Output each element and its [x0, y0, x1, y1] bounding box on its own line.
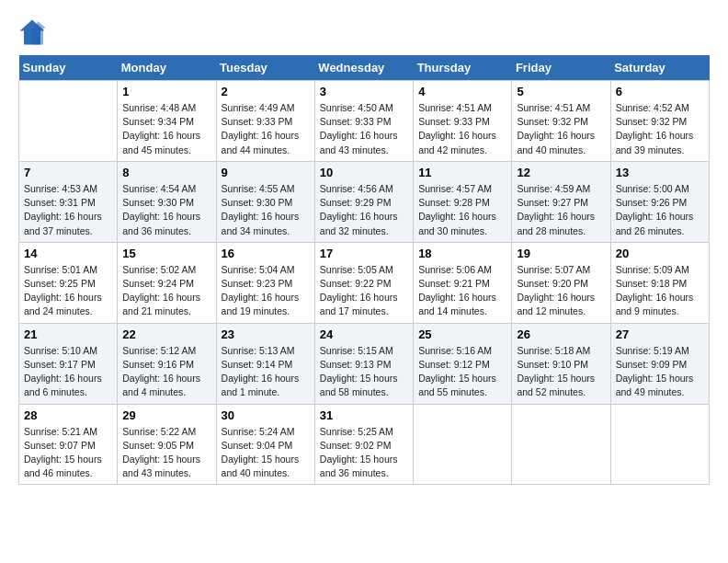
day-info: Sunrise: 4:51 AM Sunset: 9:33 PM Dayligh… — [418, 101, 506, 157]
day-number: 19 — [517, 247, 605, 260]
day-info: Sunrise: 4:53 AM Sunset: 9:31 PM Dayligh… — [24, 182, 112, 238]
day-number: 29 — [122, 408, 210, 422]
day-header-saturday: Saturday — [610, 55, 709, 81]
calendar-cell: 1Sunrise: 4:48 AM Sunset: 9:34 PM Daylig… — [118, 81, 216, 162]
day-number: 3 — [320, 85, 408, 98]
day-number: 20 — [616, 247, 704, 260]
day-header-wednesday: Wednesday — [314, 55, 413, 81]
calendar-cell: 18Sunrise: 5:06 AM Sunset: 9:21 PM Dayli… — [414, 242, 512, 323]
day-info: Sunrise: 4:54 AM Sunset: 9:30 PM Dayligh… — [122, 182, 210, 238]
calendar-week-row: 21Sunrise: 5:10 AM Sunset: 9:17 PM Dayli… — [19, 323, 710, 404]
day-number: 24 — [320, 327, 408, 341]
day-number: 22 — [122, 327, 210, 341]
calendar-cell: 7Sunrise: 4:53 AM Sunset: 9:31 PM Daylig… — [19, 161, 118, 242]
calendar-cell — [610, 404, 709, 485]
day-info: Sunrise: 4:51 AM Sunset: 9:32 PM Dayligh… — [517, 101, 605, 157]
calendar-cell: 3Sunrise: 4:50 AM Sunset: 9:33 PM Daylig… — [314, 81, 413, 162]
day-number: 6 — [616, 85, 704, 98]
day-info: Sunrise: 5:12 AM Sunset: 9:16 PM Dayligh… — [122, 344, 210, 400]
day-number: 13 — [616, 166, 704, 179]
day-info: Sunrise: 5:09 AM Sunset: 9:18 PM Dayligh… — [616, 263, 704, 319]
calendar-cell: 22Sunrise: 5:12 AM Sunset: 9:16 PM Dayli… — [118, 323, 216, 404]
day-info: Sunrise: 4:57 AM Sunset: 9:28 PM Dayligh… — [418, 182, 506, 238]
day-info: Sunrise: 5:06 AM Sunset: 9:21 PM Dayligh… — [418, 263, 506, 319]
day-number: 14 — [24, 247, 112, 260]
day-number: 17 — [320, 247, 408, 260]
calendar-cell: 10Sunrise: 4:56 AM Sunset: 9:29 PM Dayli… — [314, 161, 413, 242]
calendar-cell: 19Sunrise: 5:07 AM Sunset: 9:20 PM Dayli… — [512, 242, 610, 323]
calendar-cell: 27Sunrise: 5:19 AM Sunset: 9:09 PM Dayli… — [610, 323, 709, 404]
calendar-cell: 8Sunrise: 4:54 AM Sunset: 9:30 PM Daylig… — [118, 161, 216, 242]
day-number: 4 — [418, 85, 506, 98]
day-info: Sunrise: 4:49 AM Sunset: 9:33 PM Dayligh… — [222, 101, 310, 157]
day-number: 26 — [517, 327, 605, 341]
day-info: Sunrise: 4:50 AM Sunset: 9:33 PM Dayligh… — [320, 101, 408, 157]
day-info: Sunrise: 5:05 AM Sunset: 9:22 PM Dayligh… — [320, 263, 408, 319]
calendar-cell: 16Sunrise: 5:04 AM Sunset: 9:23 PM Dayli… — [216, 242, 314, 323]
calendar-week-row: 1Sunrise: 4:48 AM Sunset: 9:34 PM Daylig… — [19, 81, 710, 162]
calendar-cell: 13Sunrise: 5:00 AM Sunset: 9:26 PM Dayli… — [610, 161, 709, 242]
calendar-cell: 24Sunrise: 5:15 AM Sunset: 9:13 PM Dayli… — [314, 323, 413, 404]
calendar-week-row: 28Sunrise: 5:21 AM Sunset: 9:07 PM Dayli… — [19, 404, 710, 485]
day-info: Sunrise: 5:15 AM Sunset: 9:13 PM Dayligh… — [320, 344, 408, 400]
day-number: 30 — [222, 408, 310, 422]
day-info: Sunrise: 5:22 AM Sunset: 9:05 PM Dayligh… — [122, 425, 210, 481]
day-info: Sunrise: 5:04 AM Sunset: 9:23 PM Dayligh… — [222, 263, 310, 319]
page-header — [18, 18, 710, 46]
day-info: Sunrise: 5:18 AM Sunset: 9:10 PM Dayligh… — [517, 344, 605, 400]
day-info: Sunrise: 5:00 AM Sunset: 9:26 PM Dayligh… — [616, 182, 704, 238]
calendar-cell: 31Sunrise: 5:25 AM Sunset: 9:02 PM Dayli… — [314, 404, 413, 485]
day-info: Sunrise: 5:24 AM Sunset: 9:04 PM Dayligh… — [222, 425, 310, 481]
day-info: Sunrise: 5:10 AM Sunset: 9:17 PM Dayligh… — [24, 344, 112, 400]
calendar-cell: 15Sunrise: 5:02 AM Sunset: 9:24 PM Dayli… — [118, 242, 216, 323]
calendar-week-row: 14Sunrise: 5:01 AM Sunset: 9:25 PM Dayli… — [19, 242, 710, 323]
day-number: 10 — [320, 166, 408, 179]
day-number: 9 — [222, 166, 310, 179]
day-info: Sunrise: 4:52 AM Sunset: 9:32 PM Dayligh… — [616, 101, 704, 157]
calendar-cell: 26Sunrise: 5:18 AM Sunset: 9:10 PM Dayli… — [512, 323, 610, 404]
calendar-cell: 9Sunrise: 4:55 AM Sunset: 9:30 PM Daylig… — [216, 161, 314, 242]
calendar-cell — [512, 404, 610, 485]
day-info: Sunrise: 5:02 AM Sunset: 9:24 PM Dayligh… — [122, 263, 210, 319]
calendar-cell: 25Sunrise: 5:16 AM Sunset: 9:12 PM Dayli… — [414, 323, 512, 404]
calendar-cell: 17Sunrise: 5:05 AM Sunset: 9:22 PM Dayli… — [314, 242, 413, 323]
calendar-cell: 29Sunrise: 5:22 AM Sunset: 9:05 PM Dayli… — [118, 404, 216, 485]
day-info: Sunrise: 5:19 AM Sunset: 9:09 PM Dayligh… — [616, 344, 704, 400]
day-info: Sunrise: 5:01 AM Sunset: 9:25 PM Dayligh… — [24, 263, 112, 319]
day-info: Sunrise: 4:48 AM Sunset: 9:34 PM Dayligh… — [122, 101, 210, 157]
day-number: 31 — [320, 408, 408, 422]
day-number: 1 — [122, 85, 210, 98]
day-header-monday: Monday — [118, 55, 216, 81]
day-number: 8 — [122, 166, 210, 179]
day-header-sunday: Sunday — [19, 55, 118, 81]
day-header-friday: Friday — [512, 55, 610, 81]
day-header-thursday: Thursday — [414, 55, 512, 81]
calendar-cell: 2Sunrise: 4:49 AM Sunset: 9:33 PM Daylig… — [216, 81, 314, 162]
logo — [18, 18, 48, 46]
day-number: 12 — [517, 166, 605, 179]
day-info: Sunrise: 5:21 AM Sunset: 9:07 PM Dayligh… — [24, 425, 112, 481]
day-info: Sunrise: 4:59 AM Sunset: 9:27 PM Dayligh… — [517, 182, 605, 238]
calendar-cell: 30Sunrise: 5:24 AM Sunset: 9:04 PM Dayli… — [216, 404, 314, 485]
day-number: 16 — [222, 247, 310, 260]
day-number: 7 — [24, 166, 112, 179]
day-number: 28 — [24, 408, 112, 422]
calendar-cell: 23Sunrise: 5:13 AM Sunset: 9:14 PM Dayli… — [216, 323, 314, 404]
day-number: 15 — [122, 247, 210, 260]
logo-icon — [18, 18, 46, 46]
calendar-cell: 12Sunrise: 4:59 AM Sunset: 9:27 PM Dayli… — [512, 161, 610, 242]
calendar-cell: 28Sunrise: 5:21 AM Sunset: 9:07 PM Dayli… — [19, 404, 118, 485]
calendar-table: SundayMondayTuesdayWednesdayThursdayFrid… — [18, 55, 710, 485]
calendar-cell — [414, 404, 512, 485]
calendar-cell: 11Sunrise: 4:57 AM Sunset: 9:28 PM Dayli… — [414, 161, 512, 242]
day-header-tuesday: Tuesday — [216, 55, 314, 81]
day-info: Sunrise: 4:56 AM Sunset: 9:29 PM Dayligh… — [320, 182, 408, 238]
calendar-cell: 6Sunrise: 4:52 AM Sunset: 9:32 PM Daylig… — [610, 81, 709, 162]
day-number: 11 — [418, 166, 506, 179]
day-number: 25 — [418, 327, 506, 341]
day-info: Sunrise: 5:16 AM Sunset: 9:12 PM Dayligh… — [418, 344, 506, 400]
calendar-cell: 20Sunrise: 5:09 AM Sunset: 9:18 PM Dayli… — [610, 242, 709, 323]
day-number: 23 — [222, 327, 310, 341]
day-info: Sunrise: 5:07 AM Sunset: 9:20 PM Dayligh… — [517, 263, 605, 319]
calendar-cell: 4Sunrise: 4:51 AM Sunset: 9:33 PM Daylig… — [414, 81, 512, 162]
